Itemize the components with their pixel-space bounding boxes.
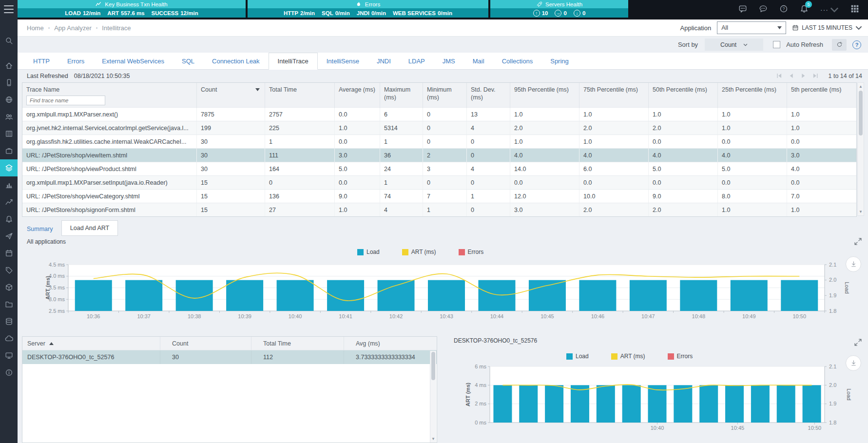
column-header-trace-name[interactable]: Trace Name (22, 83, 197, 108)
legend-load[interactable]: Load (566, 353, 589, 360)
sidebar-item-calendar[interactable] (0, 245, 18, 262)
sidebar-item-monitor[interactable] (0, 347, 18, 364)
legend-art-ms[interactable]: ART (ms) (611, 353, 645, 360)
column-header-avg-ms[interactable]: Avg (ms) (344, 337, 437, 350)
sidebar-item-mobile[interactable] (0, 74, 18, 91)
column-header-count[interactable]: Count (160, 337, 251, 350)
tab-external-webservices[interactable]: External WebServices (93, 53, 173, 69)
table-row[interactable]: URL: /JPetStore/shop/signonForm.shtml152… (22, 203, 856, 216)
sidebar-item-send[interactable] (0, 228, 18, 245)
expand-chart-icon[interactable] (854, 238, 862, 245)
health-panel-key-business-txn-health[interactable]: Key Business Txn HealthLOAD12/minART557.… (18, 0, 246, 19)
next-page-button[interactable] (801, 72, 806, 80)
chat-icon[interactable] (738, 4, 747, 15)
sidebar-item-folder[interactable] (0, 296, 18, 313)
scroll-down-icon[interactable]: ▼ (858, 210, 864, 214)
scrollbar-thumb[interactable] (431, 352, 435, 380)
sort-by-select[interactable]: Count (705, 39, 763, 51)
column-header-total-time[interactable]: Total Time (251, 337, 344, 350)
sidebar-item-bar-chart[interactable] (0, 176, 18, 193)
table-row[interactable]: org.jvnet.hk2.internal.ServiceLocatorImp… (22, 121, 856, 135)
column-header-maximum-ms[interactable]: Maximum (ms) (380, 83, 423, 108)
table-row[interactable]: org.glassfish.hk2.utilities.cache.intern… (22, 135, 856, 148)
health-panel-servers-health[interactable]: Servers Health↑10→0↓0 (490, 0, 628, 19)
scroll-down-icon[interactable]: ▼ (430, 437, 436, 441)
last-page-button[interactable] (813, 72, 818, 80)
tab-intellitrace[interactable]: IntelliTrace (269, 53, 318, 70)
tab-jms[interactable]: JMS (434, 53, 464, 69)
trace-filter-input[interactable] (26, 96, 105, 105)
column-header-25th-percentile-ms[interactable]: 25th Percentile (ms) (718, 83, 787, 108)
feedback-icon[interactable] (759, 4, 768, 15)
sidebar-item-search[interactable] (0, 32, 18, 49)
column-header-5th-percentile-ms[interactable]: 5th percentile (ms) (787, 83, 856, 108)
tab-connection-leak[interactable]: Connection Leak (203, 53, 269, 69)
legend-load[interactable]: Load (357, 249, 380, 255)
tab-mail[interactable]: Mail (464, 53, 493, 69)
server-table-scrollbar[interactable]: ▼ (430, 351, 436, 443)
sidebar-item-database[interactable] (0, 313, 18, 330)
legend-errors[interactable]: Errors (668, 353, 693, 360)
trace-table-scrollbar[interactable]: ▲ ▼ (857, 82, 864, 216)
sidebar-item-trend[interactable] (0, 193, 18, 211)
tab-intellisense[interactable]: IntelliSense (318, 53, 368, 69)
column-header-server[interactable]: Server (22, 337, 160, 350)
column-header-50th-percentile-ms[interactable]: 50th Percentile (ms) (649, 83, 718, 108)
health-panel-errors[interactable]: ErrorsHTTP2/minSQL0/minJNDI0/minWEB SERV… (248, 0, 488, 19)
sidebar-item-package[interactable] (0, 279, 18, 296)
column-header-std-dev-ms[interactable]: Std. Dev. (ms) (467, 83, 510, 108)
tab-jndi[interactable]: JNDI (368, 53, 400, 69)
sidebar-item-briefcase[interactable] (0, 142, 18, 159)
table-row[interactable]: org.xmlpull.mxp1.MXParser.next()78752757… (22, 107, 856, 121)
sidebar-item-tag[interactable] (0, 262, 18, 279)
legend-art-ms[interactable]: ART (ms) (402, 249, 436, 255)
scrollbar-thumb[interactable] (859, 91, 863, 135)
sidebar-item-home[interactable] (0, 57, 18, 74)
tab-errors[interactable]: Errors (58, 53, 93, 69)
tab-sql[interactable]: SQL (173, 53, 203, 69)
download-chart-button[interactable] (846, 355, 861, 371)
tab-collections[interactable]: Collections (493, 53, 542, 69)
help-button[interactable]: ? (852, 40, 861, 49)
table-row[interactable]: URL: /JPetStore/shop/viewItem.shtml30111… (22, 148, 856, 162)
table-row[interactable]: URL: /JPetStore/shop/viewCategory.shtml1… (22, 189, 856, 203)
help-circle-icon[interactable]: ? (779, 4, 788, 15)
scroll-up-icon[interactable]: ▲ (858, 84, 864, 89)
sidebar-item-cloud[interactable] (0, 330, 18, 347)
auto-refresh-checkbox[interactable] (773, 41, 780, 48)
sidebar-item-columns[interactable] (0, 125, 18, 142)
first-page-button[interactable] (776, 72, 782, 80)
tab-summary[interactable]: Summary (27, 222, 53, 236)
expand-chart-icon[interactable] (854, 339, 862, 346)
sidebar-item-globe[interactable] (0, 91, 18, 108)
notifications-bell-icon[interactable]: 5 (800, 4, 809, 15)
breadcrumb-home[interactable]: Home (27, 24, 44, 32)
tab-ldap[interactable]: LDAP (400, 53, 434, 69)
column-header-average-ms[interactable]: Average (ms) (335, 83, 380, 108)
apps-grid-icon[interactable] (850, 4, 859, 15)
table-row[interactable]: URL: /JPetStore/shop/viewProduct.shtml30… (22, 162, 856, 175)
tab-spring[interactable]: Spring (541, 53, 578, 69)
column-header-minimum-ms[interactable]: Minimum (ms) (423, 83, 467, 108)
application-select[interactable]: All (717, 21, 786, 34)
breadcrumb-intellitrace[interactable]: Intellitrace (102, 24, 131, 32)
refresh-button[interactable] (832, 39, 847, 51)
previous-page-button[interactable] (789, 72, 794, 80)
column-header-75th-percentile-ms[interactable]: 75th Percentile (ms) (579, 83, 649, 108)
tab-load-and-art[interactable]: Load And ART (61, 220, 118, 236)
breadcrumb-app-analyzer[interactable]: App Analyzer (54, 24, 92, 32)
time-range-select[interactable]: LAST 15 MINUTES (792, 24, 862, 31)
column-header-total-time[interactable]: Total Time (265, 83, 335, 108)
table-row[interactable]: org.xmlpull.mxp1.MXParser.setInput(java.… (22, 175, 856, 189)
more-menu[interactable]: ··· (820, 5, 839, 14)
download-chart-button[interactable] (846, 256, 861, 272)
column-header-count[interactable]: Count (197, 83, 265, 108)
column-header-95th-percentile-ms[interactable]: 95th Percentile (ms) (510, 83, 579, 108)
sidebar-item-info[interactable] (0, 364, 18, 381)
sidebar-item-users[interactable] (0, 108, 18, 125)
sidebar-item-layers[interactable] (0, 159, 18, 176)
sidebar-item-bell[interactable] (0, 211, 18, 228)
table-row[interactable]: DESKTOP-376OHO0_tc_52576301123.733333333… (22, 350, 437, 364)
menu-icon[interactable] (4, 5, 14, 13)
tab-http[interactable]: HTTP (24, 53, 58, 69)
